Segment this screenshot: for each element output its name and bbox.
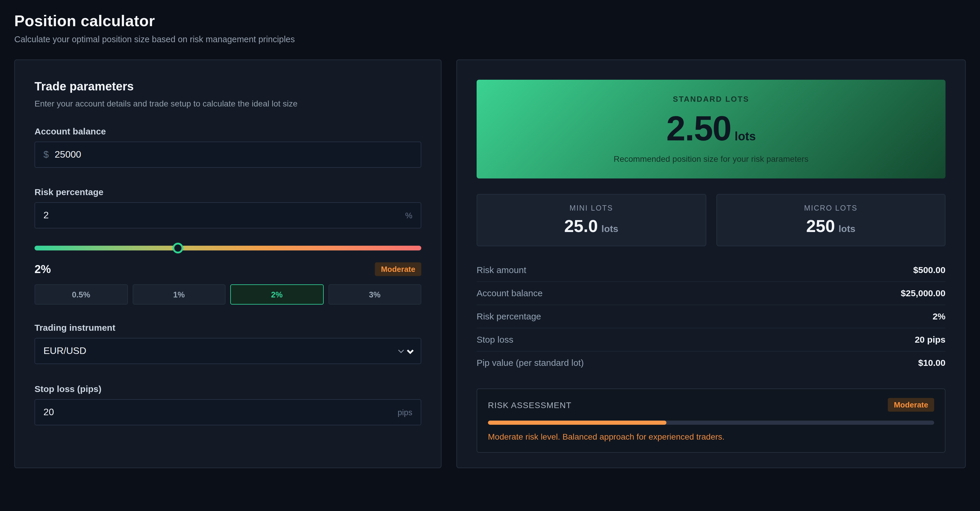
risk-percentage-input-wrap: % <box>35 202 421 229</box>
risk-assessment-badge: Moderate <box>888 398 934 412</box>
trade-parameters-subtitle: Enter your account details and trade set… <box>35 99 421 108</box>
stop-loss-label: Stop loss (pips) <box>35 384 421 394</box>
risk-assessment-message: Moderate risk level. Balanced approach f… <box>488 432 934 441</box>
risk-preset-button[interactable]: 2% <box>230 284 323 305</box>
risk-level-badge: Moderate <box>375 262 421 276</box>
select-chevrons <box>397 338 415 363</box>
risk-percentage-input[interactable] <box>35 210 405 221</box>
risk-assessment-header: RISK ASSESSMENT Moderate <box>488 398 934 412</box>
micro-lots-value: 250lots <box>806 217 856 236</box>
risk-presets: 0.5% 1% 2% 3% <box>35 284 421 305</box>
mini-lots-unit: lots <box>601 224 619 234</box>
risk-percentage-label: Risk percentage <box>35 187 421 197</box>
standard-lots-description: Recommended position size for your risk … <box>614 154 808 163</box>
risk-preset-button[interactable]: 1% <box>132 284 226 305</box>
account-balance-label: Account balance <box>35 126 421 136</box>
lot-cards: MINI LOTS 25.0lots MICRO LOTS 250lots <box>477 194 945 246</box>
chevron-down-icon <box>406 346 415 355</box>
detail-label: Risk amount <box>477 265 526 275</box>
stop-loss-field-group: Stop loss (pips) pips <box>35 384 421 425</box>
page-title: Position calculator <box>14 12 966 30</box>
detail-value: $25,000.00 <box>901 288 945 298</box>
mini-lots-value: 25.0lots <box>565 217 619 236</box>
trading-instrument-select[interactable]: EUR/USD <box>35 338 421 364</box>
trade-parameters-title: Trade parameters <box>35 80 421 94</box>
standard-lots-unit: lots <box>735 130 756 143</box>
mini-lots-number: 25.0 <box>565 217 598 236</box>
micro-lots-unit: lots <box>838 224 855 234</box>
trading-instrument-field-group: Trading instrument EUR/USD <box>35 322 421 364</box>
standard-lots-number: 2.50 <box>667 109 731 148</box>
micro-lots-label: MICRO LOTS <box>804 204 858 213</box>
detail-row: Account balance $25,000.00 <box>477 282 945 305</box>
micro-lots-number: 250 <box>806 217 835 236</box>
detail-row: Risk percentage 2% <box>477 305 945 328</box>
page-header: Position calculator Calculate your optim… <box>0 0 980 44</box>
trading-instrument-value: EUR/USD <box>43 346 86 356</box>
detail-value: $10.00 <box>918 357 945 368</box>
risk-percentage-field-group: Risk percentage % 2% Moderate 0.5% <box>35 187 421 305</box>
account-balance-input[interactable] <box>46 149 421 160</box>
detail-label: Pip value (per standard lot) <box>477 357 584 368</box>
percent-suffix: % <box>405 211 421 220</box>
chevron-down-icon <box>397 347 405 355</box>
detail-label: Account balance <box>477 288 542 298</box>
account-balance-input-wrap: $ <box>35 141 421 168</box>
mini-lots-label: MINI LOTS <box>570 204 613 213</box>
detail-value: 20 pips <box>915 334 945 344</box>
standard-lots-value: 2.50lots <box>667 108 756 148</box>
trade-parameters-card: Trade parameters Enter your account deta… <box>14 59 442 468</box>
pips-suffix: pips <box>398 408 421 417</box>
page-subtitle: Calculate your optimal position size bas… <box>14 35 966 44</box>
risk-progress-bar <box>488 421 934 425</box>
detail-row: Pip value (per standard lot) $10.00 <box>477 352 945 374</box>
account-balance-field-group: Account balance $ <box>35 126 421 168</box>
stop-loss-input-wrap: pips <box>35 399 421 425</box>
main-layout: Trade parameters Enter your account deta… <box>0 59 980 468</box>
risk-progress-fill <box>488 421 667 425</box>
risk-slider-track <box>35 246 421 251</box>
mini-lots-card: MINI LOTS 25.0lots <box>477 194 706 246</box>
micro-lots-card: MICRO LOTS 250lots <box>716 194 945 246</box>
risk-slider[interactable] <box>35 243 421 254</box>
results-card: STANDARD LOTS 2.50lots Recommended posit… <box>457 59 966 468</box>
detail-value: $500.00 <box>913 265 945 275</box>
risk-assessment-box: RISK ASSESSMENT Moderate Moderate risk l… <box>477 389 945 453</box>
trading-instrument-label: Trading instrument <box>35 322 421 333</box>
risk-current-value: 2% <box>35 263 51 276</box>
risk-assessment-label: RISK ASSESSMENT <box>488 400 571 409</box>
standard-lots-result: STANDARD LOTS 2.50lots Recommended posit… <box>477 80 945 178</box>
detail-row: Stop loss 20 pips <box>477 328 945 352</box>
detail-label: Risk percentage <box>477 311 541 321</box>
detail-label: Stop loss <box>477 334 513 344</box>
risk-current-row: 2% Moderate <box>35 262 421 276</box>
stop-loss-input[interactable] <box>35 407 398 417</box>
result-details: Risk amount $500.00 Account balance $25,… <box>477 259 945 374</box>
risk-preset-button[interactable]: 3% <box>328 284 421 305</box>
detail-row: Risk amount $500.00 <box>477 259 945 282</box>
risk-slider-thumb[interactable] <box>172 243 183 254</box>
risk-preset-button[interactable]: 0.5% <box>35 284 127 305</box>
detail-value: 2% <box>933 311 945 321</box>
standard-lots-label: STANDARD LOTS <box>673 95 749 103</box>
position-calculator-page: Position calculator Calculate your optim… <box>0 0 980 511</box>
